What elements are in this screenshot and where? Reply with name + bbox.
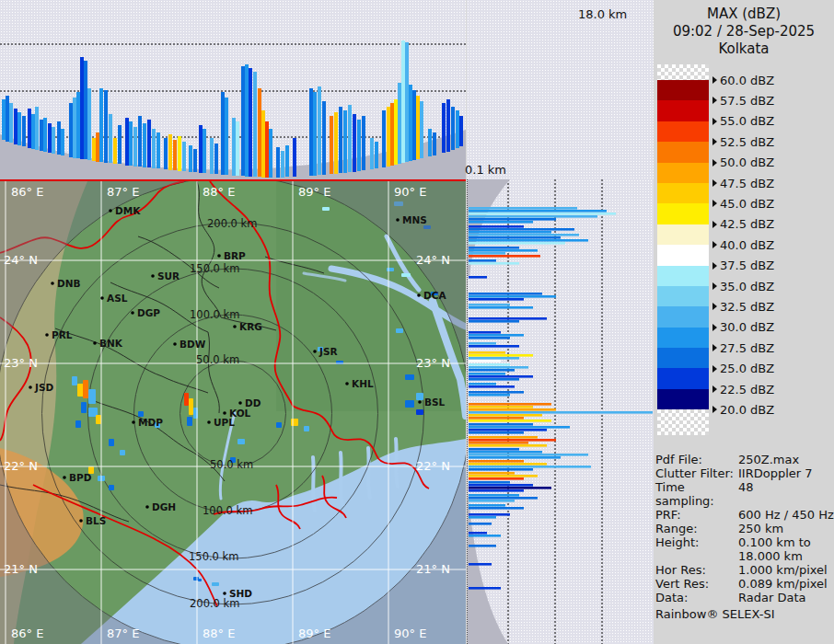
range-ring-label: 100.0 km: [190, 308, 239, 321]
range-ring-label: 150.0 km: [190, 262, 239, 275]
dbz-scale-label: 40.0 dBZ: [712, 238, 774, 251]
colorbar-band: [657, 203, 709, 224]
dbz-scale-label: 37.5 dBZ: [712, 259, 774, 272]
latitude-label: 22° N: [4, 459, 38, 473]
range-ring-label: 200.0 km: [190, 597, 239, 610]
longitude-label: 90° E: [394, 185, 426, 199]
scale-tick-arrow-icon: [712, 159, 717, 167]
latitude-label: 23° N: [416, 356, 450, 370]
longitude-label: 86° E: [11, 627, 43, 640]
city-label: UPL: [214, 417, 235, 428]
info-row: 18.000 km: [655, 549, 834, 563]
colorbar-band: [657, 245, 709, 265]
radar-display-window: 18.0 km 0.1 km: [0, 0, 834, 644]
city-label: KRG: [239, 321, 262, 332]
dbz-scale-label: 47.5 dBZ: [712, 177, 774, 190]
city-label: ASL: [107, 293, 128, 304]
top-axis-max-height-label: 18.0 km: [578, 7, 627, 21]
city-label: BLS: [86, 515, 106, 526]
software-brand: Rainbow® SELEX-SI: [655, 607, 834, 621]
dbz-scale-label: 20.0 dBZ: [712, 403, 774, 416]
longitude-label: 88° E: [203, 627, 235, 640]
dbz-scale-label: 45.0 dBZ: [712, 197, 774, 210]
info-row: Range:250 km: [655, 522, 834, 535]
info-row: Height:0.100 km to: [655, 535, 834, 549]
panel-gutter: [467, 0, 655, 179]
city-label: DGH: [152, 501, 176, 512]
range-ring-label: 200.0 km: [207, 217, 257, 230]
info-row: PRF:600 Hz / 450 Hz: [655, 508, 834, 522]
scale-tick-arrow-icon: [712, 365, 717, 373]
colorbar-band: [657, 142, 709, 162]
dbz-colorbar: [657, 64, 709, 435]
scale-tick-arrow-icon: [712, 118, 717, 125]
scale-tick-arrow-icon: [712, 221, 717, 228]
scale-tick-arrow-icon: [712, 303, 717, 310]
colorbar-band: [657, 368, 709, 388]
info-row: Time sampling:48: [655, 480, 834, 508]
city-label: DNB: [57, 278, 81, 289]
scale-tick-arrow-icon: [712, 262, 717, 270]
range-ring-label: 100.0 km: [203, 504, 252, 517]
colorbar-band: [657, 306, 709, 327]
scale-tick-arrow-icon: [712, 200, 717, 207]
city-label: KHL: [352, 378, 374, 389]
longitude-label: 89° E: [298, 185, 330, 199]
dbz-scale-label: 32.5 dBZ: [712, 300, 774, 313]
colorbar-band: [657, 80, 709, 100]
top-panel-reflectivity-bars: [2, 40, 463, 178]
scale-tick-arrow-icon: [712, 324, 717, 331]
scale-tick-arrow-icon: [712, 76, 717, 84]
radar-site-name: Kolkata: [654, 40, 834, 58]
side-axis-min-height-label: 0.1 km: [465, 163, 506, 177]
latitude-label: 23° N: [4, 356, 38, 370]
range-ring-label: 150.0 km: [189, 550, 238, 563]
colorbar-band: [657, 100, 709, 121]
city-label: SHD: [229, 588, 252, 599]
longitude-label: 86° E: [11, 185, 43, 199]
latitude-label: 24° N: [4, 253, 38, 267]
radar-map[interactable]: 86° E86° E87° E87° E88° E88° E89° E89° E…: [0, 181, 466, 644]
dbz-scale-label: 25.0 dBZ: [712, 362, 774, 375]
latitude-label: 21° N: [4, 562, 38, 576]
city-label: BSL: [424, 397, 446, 408]
longitude-label: 87° E: [107, 185, 139, 199]
colorbar-band: [657, 389, 709, 409]
dbz-scale-label: 22.5 dBZ: [712, 383, 774, 396]
scale-tick-arrow-icon: [712, 179, 717, 187]
city-label: JSD: [34, 382, 53, 393]
latitude-label: 21° N: [416, 562, 450, 576]
info-row: Data:Radar Data: [655, 591, 834, 604]
legend-panel: MAX (dBZ) 09:02 / 28-Sep-2025 Kolkata 60…: [654, 0, 834, 644]
dbz-scale-label: 42.5 dBZ: [712, 218, 774, 231]
product-info-block: Pdf File:250Z.maxClutter Filter:IIRDoppl…: [655, 453, 834, 621]
longitude-label: 87° E: [107, 627, 139, 640]
city-label: SUR: [157, 270, 180, 282]
legend-title-block: MAX (dBZ) 09:02 / 28-Sep-2025 Kolkata: [654, 6, 834, 58]
scale-tick-arrow-icon: [712, 344, 717, 351]
dbz-scale-label: 30.0 dBZ: [712, 321, 774, 334]
colorbar-band: [657, 224, 709, 245]
product-title: MAX (dBZ): [654, 6, 834, 23]
top-height-profile-panel: [0, 0, 466, 179]
side-panel-reflectivity-bars: [469, 207, 653, 590]
colorbar-band: [657, 163, 709, 183]
city-label: BNK: [99, 338, 123, 349]
dbz-scale-label: 27.5 dBZ: [712, 341, 774, 354]
city-label: PRL: [52, 329, 73, 340]
city-label: BDW: [180, 339, 206, 350]
latitude-label: 22° N: [416, 459, 450, 473]
info-row: Pdf File:250Z.max: [655, 453, 834, 466]
dbz-scale-label: 60.0 dBZ: [712, 74, 774, 86]
colorbar-band: [657, 286, 709, 306]
scale-tick-arrow-icon: [712, 138, 717, 145]
colorbar-band: [657, 266, 709, 286]
city-label: JSR: [319, 346, 338, 357]
dbz-scale-label: 55.0 dBZ: [712, 115, 774, 128]
colorbar-band: [657, 348, 709, 368]
city-label: BPD: [69, 472, 92, 483]
range-ring-label: 50.0 km: [196, 353, 239, 366]
longitude-label: 90° E: [394, 627, 426, 640]
side-height-profile-panel: [467, 179, 655, 644]
info-row: Clutter Filter:IIRDoppler 7: [655, 466, 834, 480]
